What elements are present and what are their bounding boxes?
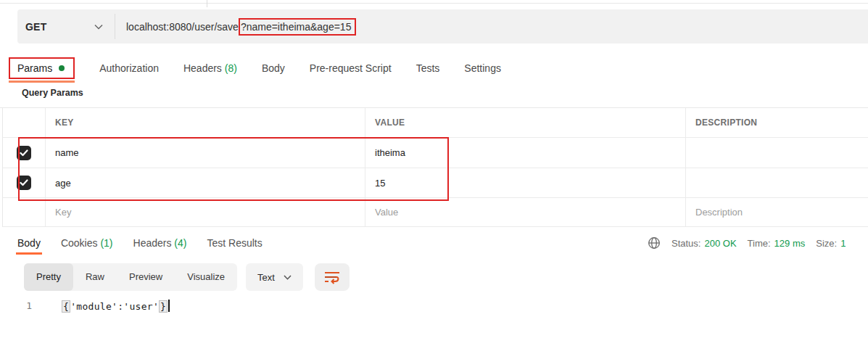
tab-prerequest-script[interactable]: Pre-request Script xyxy=(310,62,392,74)
top-divider xyxy=(0,3,868,4)
close-brace: } xyxy=(159,300,168,313)
table-empty-row xyxy=(3,198,868,227)
size-value: 1 xyxy=(840,238,846,249)
row-checkbox[interactable] xyxy=(17,176,31,190)
view-raw-button[interactable]: Raw xyxy=(73,263,117,291)
text-cursor xyxy=(168,300,170,312)
time-label: Time: xyxy=(748,238,771,249)
view-mode-segmented-control: Pretty Raw Preview Visualize xyxy=(24,263,237,291)
globe-icon[interactable] xyxy=(648,236,661,250)
view-pretty-button[interactable]: Pretty xyxy=(24,263,73,291)
open-brace: { xyxy=(62,300,70,313)
view-preview-button[interactable]: Preview xyxy=(117,263,175,291)
response-body-toolbar: Pretty Raw Preview Visualize Text xyxy=(24,263,350,292)
row-checkbox[interactable] xyxy=(17,146,31,160)
wrap-lines-icon xyxy=(324,271,340,284)
format-dropdown[interactable]: Text xyxy=(246,263,303,291)
response-tab-test-results[interactable]: Test Results xyxy=(207,237,262,249)
header-value: VALUE xyxy=(365,108,686,138)
params-active-dot xyxy=(59,65,65,71)
code-content: 'module':'user' xyxy=(70,301,159,312)
tab-body[interactable]: Body xyxy=(262,62,285,74)
response-tab-headers[interactable]: Headers (4) xyxy=(133,237,187,249)
url-input[interactable]: localhost:8080/user/save?name=itheima&ag… xyxy=(115,9,356,44)
status-value: 200 OK xyxy=(704,238,736,249)
code-text: {'module':'user'} xyxy=(62,300,170,312)
param-value-field[interactable]: itheima xyxy=(365,138,686,168)
tab-tests[interactable]: Tests xyxy=(416,62,440,74)
request-tabs: Params Authorization Headers (8) Body Pr… xyxy=(17,55,501,81)
cookies-label: Cookies xyxy=(61,237,98,249)
url-base: localhost:8080/user/save xyxy=(126,21,239,33)
new-value-input[interactable] xyxy=(375,207,654,218)
postman-request-panel: GET localhost:8080/user/save?name=itheim… xyxy=(0,0,868,338)
param-description-field[interactable] xyxy=(686,138,868,168)
header-checkbox-cell xyxy=(3,108,46,138)
tab-settings[interactable]: Settings xyxy=(464,62,501,74)
method-dropdown[interactable]: GET xyxy=(17,9,115,44)
tab-authorization[interactable]: Authorization xyxy=(99,62,159,74)
tab-params[interactable]: Params xyxy=(9,57,75,79)
tab-params-label: Params xyxy=(17,62,52,74)
query-params-table: KEY VALUE DESCRIPTION name itheima xyxy=(0,107,868,227)
tab-headers-label: Headers xyxy=(183,62,222,74)
code-line: 1 {'module':'user'} xyxy=(0,297,868,313)
url-query-annotation: ?name=itheima&age=15 xyxy=(239,18,357,36)
response-tab-body[interactable]: Body xyxy=(17,237,41,249)
new-description-input[interactable] xyxy=(695,207,851,218)
cookies-count: (1) xyxy=(100,237,112,249)
chevron-down-icon xyxy=(284,275,292,280)
empty-checkbox-cell xyxy=(3,198,46,227)
status-label: Status: xyxy=(671,238,700,249)
response-headers-label: Headers xyxy=(133,237,172,249)
chevron-down-icon xyxy=(94,24,103,30)
param-value-field[interactable]: 15 xyxy=(365,168,686,198)
param-description-field[interactable] xyxy=(686,168,868,198)
table-header-row: KEY VALUE DESCRIPTION xyxy=(3,108,868,138)
param-key-field[interactable]: age xyxy=(46,168,365,198)
table-row: name itheima xyxy=(3,138,868,168)
response-body-editor[interactable]: 1 {'module':'user'} xyxy=(0,297,868,313)
size-label: Size: xyxy=(816,238,837,249)
method-label: GET xyxy=(25,21,46,33)
view-visualize-button[interactable]: Visualize xyxy=(175,263,237,291)
response-tabs: Body Cookies (1) Headers (4) Test Result… xyxy=(17,231,263,255)
header-key: KEY xyxy=(46,108,365,138)
param-key-field[interactable]: name xyxy=(46,138,365,168)
line-number: 1 xyxy=(0,300,32,311)
query-params-heading: Query Params xyxy=(22,88,83,98)
new-key-input[interactable] xyxy=(55,207,334,218)
url-bar: GET localhost:8080/user/save?name=itheim… xyxy=(17,9,868,44)
size-badge: Size: 1 xyxy=(816,238,846,249)
tab-headers[interactable]: Headers (8) xyxy=(183,62,237,74)
tab-edge-divider xyxy=(207,0,207,7)
time-badge: Time: 129 ms xyxy=(748,238,806,249)
wrap-lines-button[interactable] xyxy=(315,263,350,291)
header-description: DESCRIPTION xyxy=(686,108,868,138)
status-badge: Status: 200 OK xyxy=(671,238,737,249)
response-headers-count: (4) xyxy=(174,237,186,249)
response-status-bar: Status: 200 OK Time: 129 ms Size: 1 xyxy=(648,231,846,255)
response-tab-cookies[interactable]: Cookies (1) xyxy=(61,237,113,249)
time-value: 129 ms xyxy=(774,238,806,249)
format-dropdown-value: Text xyxy=(257,272,275,283)
table-row: age 15 xyxy=(3,168,868,198)
tab-headers-count: (8) xyxy=(225,62,237,74)
